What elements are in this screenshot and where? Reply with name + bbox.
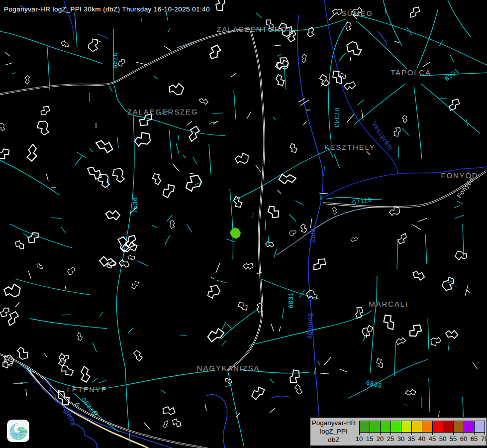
map-line-spur — [15, 302, 19, 307]
settlement-outline — [87, 37, 101, 53]
map-line-spur — [270, 408, 275, 413]
map-line-spur — [277, 54, 281, 56]
map-line-spur — [226, 239, 235, 242]
map-line-spur — [136, 62, 147, 65]
legend-tick-label: 15 — [366, 435, 373, 443]
settlement-outline — [104, 207, 121, 223]
map-line-spur — [212, 113, 223, 113]
settlement-outline — [395, 336, 406, 346]
settlement-outline — [293, 384, 304, 395]
settlement-outline — [235, 152, 250, 165]
settlement-outline — [205, 283, 222, 300]
map-line-spur — [178, 135, 179, 140]
legend-swatch — [453, 421, 464, 433]
settlement-outline — [455, 250, 468, 261]
product-title: Poganyvar-HR logZ_PPI 30km (dbZ) Thursda… — [4, 5, 210, 13]
map-line-spur — [209, 121, 213, 124]
map-line-spur — [279, 327, 281, 332]
settlement-outline — [440, 275, 457, 293]
map-line-spur — [97, 40, 100, 42]
map-line-spur — [117, 137, 118, 148]
map-line-spur — [271, 324, 274, 331]
map-line-spur — [270, 379, 274, 383]
settlement-outline — [35, 119, 51, 137]
map-line-spur — [62, 315, 70, 315]
map-line-spur — [274, 249, 277, 257]
settlement-outline — [14, 239, 25, 251]
map-line-spur — [451, 286, 457, 286]
map-line-spur — [366, 328, 368, 338]
map-line-spur — [65, 286, 66, 290]
legend-tick-label: 30 — [397, 435, 404, 443]
settlement-outline — [0, 306, 11, 318]
settlement-outline — [332, 70, 343, 85]
map-line-spur — [99, 312, 103, 317]
settlement-outline — [26, 231, 41, 244]
map-line-spur — [225, 385, 232, 387]
settlement-outline — [39, 105, 51, 116]
legend-tick-label: 40 — [418, 435, 425, 443]
legend-tick-label: 10 — [356, 435, 363, 443]
settlement-outline — [66, 266, 77, 276]
map-line-spur — [165, 235, 170, 244]
map-line-spur — [339, 369, 347, 372]
settlement-outline — [376, 358, 383, 368]
map-line-spur — [473, 362, 478, 369]
settlement-outline — [300, 54, 307, 63]
settlement-outline — [265, 18, 275, 30]
settlement-outline — [23, 75, 31, 85]
map-line-spur — [328, 148, 333, 157]
settlement-outline — [172, 418, 182, 429]
map-line-spur — [109, 86, 112, 92]
legend-radar-name: Poganyvar-HR — [310, 419, 357, 427]
settlement-outline — [289, 229, 297, 236]
map-line-spur — [265, 221, 266, 230]
map-line-spur — [4, 63, 13, 65]
map-line-spur — [454, 206, 460, 208]
settlement-outline — [267, 204, 280, 219]
map-line-spur — [295, 201, 303, 205]
settlement-outline — [350, 235, 358, 243]
legend-product-name: logZ_PPI — [310, 428, 357, 435]
map-line-spur — [324, 357, 331, 365]
map-line-spur — [457, 201, 463, 204]
map-line-spur — [183, 155, 186, 158]
county-boundary-layer — [64, 0, 487, 198]
legend-tick-label: 65 — [471, 435, 478, 443]
settlement-outline — [405, 388, 416, 396]
settlement-outline — [430, 336, 442, 347]
map-line-spur — [282, 308, 284, 319]
legend-swatch — [401, 421, 412, 433]
map-line-spur — [23, 233, 30, 238]
map-line-spur — [278, 190, 281, 194]
settlement-outline — [206, 44, 223, 61]
map-line-spur — [412, 224, 421, 230]
settlement-outline — [80, 366, 92, 382]
settlement-outline — [118, 58, 125, 67]
map-line-spur — [160, 111, 169, 114]
settlement-outline — [86, 163, 103, 181]
map-line-spur — [339, 53, 346, 61]
map-line-spur — [161, 390, 166, 393]
settlement-outline — [344, 39, 364, 59]
settlement-outline — [411, 268, 425, 282]
map-line-spur — [347, 114, 354, 122]
map-line-spur — [51, 218, 62, 219]
settlement-outline — [407, 323, 423, 338]
settlement-outline — [446, 98, 461, 112]
map-line-spur — [166, 12, 168, 20]
map-line-spur — [455, 215, 464, 219]
map-line-spur — [195, 183, 200, 185]
settlement-outline — [36, 262, 43, 270]
map-line-spur — [448, 342, 449, 350]
map-line-spur — [193, 157, 197, 164]
settlement-outline — [137, 112, 155, 127]
legend-color-scale: 10152025303540455055606570 — [357, 418, 487, 446]
settlement-outline — [92, 411, 97, 416]
map-line-spur — [211, 277, 214, 279]
map-line-spur — [367, 151, 370, 155]
settlement-outline — [290, 143, 297, 152]
map-line-spur — [402, 128, 409, 135]
settlement-outline — [394, 127, 400, 136]
map-line-spur — [247, 112, 251, 119]
